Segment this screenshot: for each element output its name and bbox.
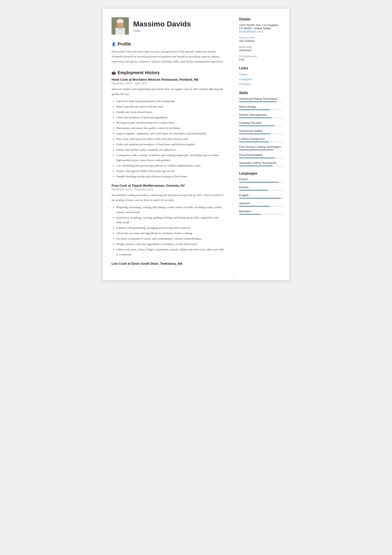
resume-header: Massimo Davids Cook bbox=[112, 17, 224, 35]
list-item: Weigh, measure, and mix ingredients acco… bbox=[116, 242, 224, 247]
skill-bar-bg bbox=[239, 133, 283, 134]
skill-item: Food Presentation bbox=[239, 153, 283, 158]
birthplace-item: Place of birth San Antonio bbox=[239, 36, 283, 43]
skill-bar-fill bbox=[239, 125, 274, 126]
language-name: English bbox=[239, 194, 283, 197]
list-item: Hire, train, and supervise junior cooks … bbox=[116, 137, 224, 142]
skill-bar-bg bbox=[239, 166, 283, 166]
skill-bar-fill bbox=[239, 110, 270, 110]
skill-item: Advanced Plating Techniques bbox=[239, 97, 283, 102]
list-item: Direct and allocate tasks to kitchen sta… bbox=[116, 104, 224, 109]
skill-bar-bg bbox=[239, 102, 283, 102]
job-1-summary: Sourced vendors and negotiating agreemen… bbox=[112, 87, 224, 97]
skill-bar-fill bbox=[239, 158, 275, 158]
avatar bbox=[112, 17, 129, 35]
job-1: Head Cook at Mochatos Mexican Restaurant… bbox=[112, 78, 224, 179]
links-list: Twitter Instagram Pinterest bbox=[239, 73, 283, 86]
employment-title: 💼 Employment History bbox=[112, 70, 224, 75]
job-1-bullets: Supervise daily food preparation at the … bbox=[112, 99, 224, 179]
skill-bar-fill bbox=[239, 166, 272, 166]
language-bar-fill bbox=[239, 182, 279, 183]
list-item: Handle finishing touches and elaborate p… bbox=[116, 174, 224, 179]
language-name: Korean bbox=[239, 186, 283, 189]
details-section: Details 1515 Pacific Ave, Los Angeles, C… bbox=[239, 17, 283, 61]
list-item: Handle any food-related issues bbox=[116, 110, 224, 115]
nationality-value: American bbox=[239, 49, 283, 52]
job-2-bullets: Preparing, seasoning, cooking and platin… bbox=[112, 205, 224, 257]
skill-name: Fine Dining Cooking Techniques bbox=[239, 145, 283, 148]
svg-rect-5 bbox=[118, 28, 122, 29]
details-title: Details bbox=[239, 17, 283, 21]
skill-bar-bg bbox=[239, 150, 283, 150]
resume-container: Massimo Davids Cook 👤 Profile Passionate… bbox=[103, 9, 289, 280]
languages-section: Languages French Korean English Spanish … bbox=[239, 171, 283, 215]
language-bar-fill bbox=[239, 190, 268, 190]
job-3: Line Cook at Down South Diner, Tewksbury… bbox=[112, 262, 224, 265]
employment-icon: 💼 bbox=[112, 71, 116, 75]
language-item: Korean bbox=[239, 186, 283, 190]
language-bar-bg bbox=[239, 198, 283, 199]
list-item: Order and maintain an inventory of food … bbox=[116, 142, 224, 147]
main-column: Massimo Davids Cook 👤 Profile Passionate… bbox=[103, 9, 233, 280]
job-1-title: Head Cook at Mochatos Mexican Restaurant… bbox=[112, 78, 224, 81]
link-instagram[interactable]: Instagram bbox=[239, 77, 283, 81]
skill-bar-bg bbox=[239, 125, 283, 126]
candidate-name: Massimo Davids bbox=[133, 20, 191, 28]
nationality-item: Nationality American bbox=[239, 45, 283, 52]
skill-name: Kitchen Management bbox=[239, 113, 283, 117]
address-item: 1515 Pacific Ave, Los Angeles, CA 90291,… bbox=[239, 23, 283, 33]
svg-rect-4 bbox=[118, 19, 123, 21]
skill-item: Creating Recipes bbox=[239, 121, 283, 126]
skill-bar-fill bbox=[239, 150, 273, 150]
list-item: Preparing, seasoning, cooking and platin… bbox=[116, 205, 224, 215]
list-item: Familiar with garnishing, arranging and … bbox=[116, 226, 224, 230]
language-bar-fill bbox=[239, 214, 261, 215]
language-bar-fill bbox=[239, 198, 281, 199]
skill-item: Kitchen Management bbox=[239, 113, 283, 118]
skills-list: Advanced Plating Techniques Menu Design … bbox=[239, 97, 283, 166]
job-1-period: November 2018 – April 2019 bbox=[112, 82, 224, 85]
skill-name: Culinary Equipment bbox=[239, 137, 283, 140]
list-item: Develop recipes and determine how to pla… bbox=[116, 120, 224, 125]
skill-name: Restaurant Safety bbox=[239, 129, 283, 132]
language-name: Spanish bbox=[239, 202, 283, 205]
link-pinterest[interactable]: Pinterest bbox=[239, 82, 283, 86]
skill-name: Food Presentation bbox=[239, 153, 283, 157]
list-item: Clean work areas, floors, fridges, equip… bbox=[116, 247, 224, 257]
sidebar-column: Details 1515 Pacific Ave, Los Angeles, C… bbox=[233, 9, 289, 280]
links-section: Links Twitter Instagram Pinterest bbox=[239, 66, 283, 86]
birthplace-value: San Antonio bbox=[239, 39, 283, 43]
job-2-period: November 2014 – February 2019 bbox=[112, 188, 224, 191]
list-item: Use scheduling and purchasing software t… bbox=[116, 163, 224, 168]
language-bar-bg bbox=[239, 214, 283, 215]
nationality-label: Nationality bbox=[239, 45, 283, 49]
languages-list: French Korean English Spanish Mandarin bbox=[239, 178, 283, 215]
skills-section: Skills Advanced Plating Techniques Menu … bbox=[239, 91, 283, 166]
list-item: Inspect supplies, equipment, and work ar… bbox=[116, 131, 224, 136]
language-name: French bbox=[239, 178, 283, 181]
skill-bar-fill bbox=[239, 142, 269, 142]
language-item: French bbox=[239, 178, 283, 183]
list-item: Ensure that kitchen safety standards are… bbox=[116, 147, 224, 153]
language-item: Mandarin bbox=[239, 210, 283, 215]
list-item: Excellent command of classic and contemp… bbox=[116, 236, 224, 241]
list-item: Check the raw food and ingredients for f… bbox=[116, 231, 224, 236]
skill-bar-fill bbox=[239, 102, 277, 102]
link-twitter[interactable]: Twitter bbox=[239, 73, 283, 76]
list-item: Plan menus and ensure the quality contro… bbox=[116, 126, 224, 131]
profile-text: Passionate Cook with more than six years… bbox=[112, 49, 224, 64]
skill-name: Creating Recipes bbox=[239, 121, 283, 124]
candidate-title: Cook bbox=[133, 29, 191, 33]
job-2-summary: Streamlined cooking procedures, shorteni… bbox=[112, 193, 224, 203]
list-item: Experience in baking, roasting, grilling… bbox=[116, 215, 224, 225]
driving-item: Driving license Full bbox=[239, 55, 283, 61]
job-2-title: Prep Cook at Tippoli Mediterranean, Oneo… bbox=[112, 184, 224, 187]
skill-bar-bg bbox=[239, 117, 283, 118]
skills-title: Skills bbox=[239, 91, 283, 95]
skill-item: Restaurant Safety bbox=[239, 129, 283, 134]
skill-item: Specialty Cutting Techniques bbox=[239, 161, 283, 166]
language-bar-bg bbox=[239, 190, 283, 190]
skill-bar-bg bbox=[239, 158, 283, 158]
list-item: Supervise daily food preparation at the … bbox=[116, 99, 224, 104]
skill-bar-bg bbox=[239, 142, 283, 142]
